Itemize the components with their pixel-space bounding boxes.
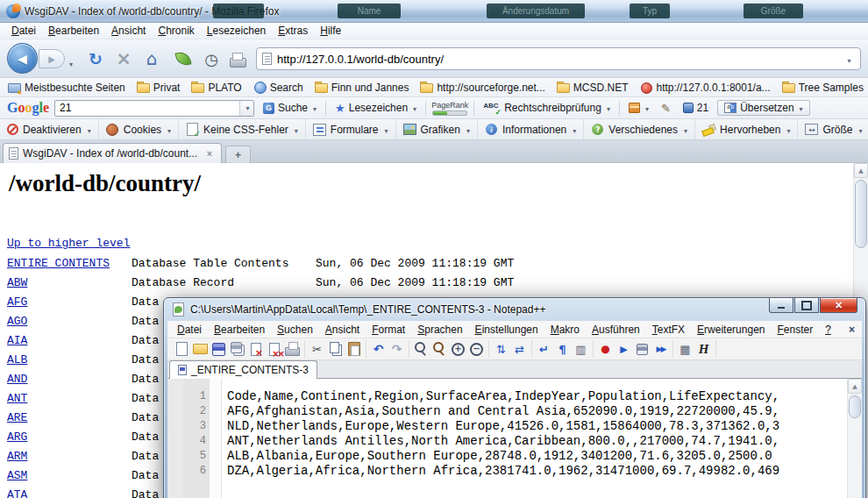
google-search-dropdown-caret[interactable] (239, 101, 253, 116)
listing-entry-link[interactable]: AIA (7, 331, 132, 351)
listing-entry-link[interactable]: ANT (7, 389, 132, 409)
notepadpp-menu-item[interactable]: Erweiterungen (691, 323, 771, 337)
toolbar-icon[interactable] (652, 341, 669, 358)
up-to-higher-level-link[interactable]: Up to higher level (7, 237, 130, 250)
minimize-button[interactable] (769, 298, 793, 313)
notepadpp-menu-item[interactable]: Ausführen (586, 323, 646, 337)
toolbar-icon[interactable] (388, 341, 405, 358)
notepadpp-menu-item[interactable]: Format (366, 323, 411, 337)
firefox-menu-item[interactable]: Hilfe (314, 24, 347, 38)
history-clock-icon[interactable] (200, 47, 223, 70)
webdev-menu-item[interactable]: Größe (798, 119, 868, 139)
firefox-menu-item[interactable]: Ansicht (105, 24, 152, 38)
listing-entry-link[interactable]: AFG (7, 293, 132, 312)
toolbar-icon[interactable] (615, 341, 632, 358)
pagerank-indicator[interactable]: PageRank (431, 101, 468, 116)
toolbar-icon[interactable] (229, 341, 245, 358)
webdev-menu-item[interactable]: Deaktivieren (0, 119, 99, 139)
bookmark-item[interactable]: Meistbesuchte Seiten (7, 81, 125, 94)
toolbar-icon[interactable] (468, 341, 485, 358)
translate-button[interactable]: Übersetzen (717, 100, 809, 116)
toolbar-icon[interactable] (536, 341, 552, 358)
url-input[interactable]: http://127.0.0.1/world-db/country/ (277, 53, 836, 66)
firefox-menu-item[interactable]: Datei (5, 24, 42, 38)
history-dropdown-caret[interactable] (68, 54, 73, 70)
notepadpp-menu-item[interactable]: Suchen (271, 323, 319, 337)
webdev-menu-item[interactable]: Cookies (99, 119, 179, 139)
toolbar-icon[interactable] (247, 341, 264, 358)
webdev-menu-item[interactable]: Hervorheben (695, 119, 798, 139)
firefox-menu-item[interactable]: Extras (272, 24, 314, 38)
reload-button[interactable] (84, 47, 107, 70)
google-search-button[interactable]: Suche (260, 101, 320, 115)
toolbar-icon[interactable] (345, 341, 362, 358)
listing-entry-link[interactable]: ASM (7, 466, 132, 486)
notepadpp-menu-item[interactable]: Einstellungen (469, 323, 544, 337)
listing-entry-link[interactable]: ATA (7, 486, 132, 498)
url-dropdown-caret[interactable] (842, 51, 855, 67)
stop-button[interactable] (112, 47, 135, 70)
document-tab[interactable]: _ENTIRE_CONTENTS-3 (169, 360, 317, 379)
bookmark-item[interactable]: Search (253, 81, 303, 94)
new-tab-button[interactable]: + (225, 146, 251, 163)
toolbar-icon[interactable] (450, 341, 466, 358)
toolbar-icon[interactable] (634, 341, 651, 358)
webdev-menu-item[interactable]: Formulare (306, 119, 396, 139)
firefox-titlebar[interactable]: WsgiDAV - Index of /world-db/country/ - … (0, 0, 868, 23)
url-bar[interactable]: http://127.0.0.1/world-db/country/ (256, 47, 861, 70)
toolbar-icon[interactable] (370, 341, 387, 358)
listing-entry-link[interactable]: ABW (7, 274, 132, 293)
sendto-button[interactable] (625, 101, 652, 115)
notepadpp-menu-item[interactable]: ? (819, 323, 837, 337)
toolbar-icon[interactable] (431, 341, 448, 358)
notepadpp-menu-item[interactable]: Makro (544, 323, 586, 337)
toolbar-icon[interactable] (266, 341, 282, 358)
print-button[interactable] (226, 47, 249, 70)
toolbar-icon[interactable] (493, 341, 509, 358)
listing-entry-link[interactable]: AGO (7, 312, 132, 331)
firefox-menu-item[interactable]: Chronik (152, 24, 200, 38)
bookmark-item[interactable]: MCSD.NET (556, 81, 629, 94)
scrollbar-up-arrow[interactable] (854, 163, 868, 178)
forward-button[interactable] (39, 49, 65, 68)
toolbar-icon[interactable] (554, 341, 571, 358)
editor-area[interactable]: 1Code,Name,Continent,Region,SurfaceArea,… (167, 379, 862, 498)
bookmark-item[interactable]: Privat (136, 81, 181, 94)
browser-tab[interactable]: WsgiDAV - Index of /world-db/count... (3, 143, 222, 163)
listing-entry-link[interactable]: ARE (7, 409, 132, 428)
toolbar-icon[interactable] (695, 341, 712, 358)
listing-entry-link[interactable]: AND (7, 370, 132, 389)
webdev-menu-item[interactable]: Informationen (478, 119, 584, 139)
toolbar-icon[interactable] (327, 341, 344, 358)
scrollbar-thumb[interactable] (849, 395, 861, 418)
toolbar-icon[interactable] (210, 341, 227, 358)
bookmark-item[interactable]: PLATO (190, 81, 241, 94)
edit-button[interactable] (658, 101, 674, 116)
bookmark-item[interactable]: Tree Samples (781, 81, 864, 94)
listing-entry-link[interactable]: ARM (7, 447, 132, 466)
webdev-menu-item[interactable]: Verschiedenes (584, 119, 695, 139)
back-button[interactable] (7, 43, 38, 74)
notepadpp-menu-item[interactable]: Bearbeiten (208, 323, 271, 337)
toolbar-icon[interactable] (174, 341, 190, 358)
toolbar-icon[interactable] (192, 341, 209, 358)
webdev-menu-item[interactable]: Grafiken (396, 119, 478, 139)
firefox-menu-item[interactable]: Lesezeichen (201, 24, 272, 38)
listing-entry-link[interactable]: ARG (7, 428, 132, 447)
toolbar-icon[interactable] (284, 341, 301, 358)
notepadpp-menu-item[interactable]: Datei (171, 323, 208, 337)
bookmark-item[interactable]: http://sourceforge.net... (419, 81, 544, 94)
toolbar-icon[interactable] (597, 341, 614, 358)
bookmark-item[interactable]: http://127.0.0.1:8001/a... (639, 81, 771, 94)
home-button[interactable] (140, 47, 163, 70)
notepadpp-menu-item[interactable]: Ansicht (319, 323, 366, 337)
bookmark-item[interactable]: Finn und Jannes (314, 81, 409, 94)
rss-leaf-icon[interactable] (172, 47, 195, 70)
listing-entry-link[interactable]: ALB (7, 351, 132, 370)
close-button[interactable] (820, 298, 857, 313)
scrollbar-thumb[interactable] (855, 180, 867, 248)
notepadpp-menu-item[interactable]: Sprachen (411, 323, 468, 337)
webdev-menu-item[interactable]: Keine CSS-Fehler (179, 119, 306, 139)
spellcheck-button[interactable]: Rechtschreibprüfung (480, 101, 614, 115)
google-bookmarks-button[interactable]: Lesezeichen (331, 101, 420, 116)
